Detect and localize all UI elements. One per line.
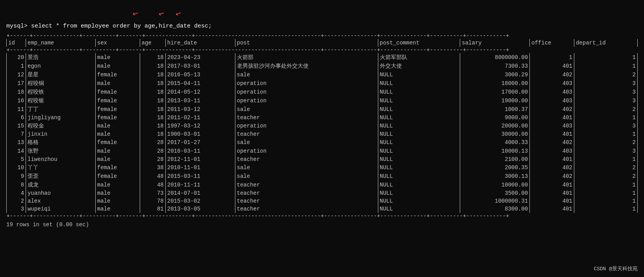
cell-r9-c9: 1 [574, 130, 637, 138]
cell-r7-c7: 9000.00 [460, 114, 530, 122]
cell-r16-c9: 1 [574, 189, 637, 197]
cell-r16-c6: NULL [378, 189, 460, 197]
cell-r1-c6: 外交大使 [378, 62, 460, 70]
cell-r8-c9: 3 [574, 122, 637, 130]
cell-r1-c5: 老男孩驻沙河办事处外交大使 [235, 62, 378, 70]
cell-r5-c5: operation [235, 96, 378, 105]
cell-r11-c5: operation [235, 147, 378, 155]
col-header-office: office [530, 39, 574, 47]
cell-r13-c4: 2010-11-01 [165, 163, 235, 172]
cell-r13-c3: 38 [140, 163, 165, 172]
cell-r2-c4: 2016-05-13 [165, 70, 235, 79]
cell-r9-c4: 1900-03-01 [165, 130, 235, 138]
cell-r11-c6: NULL [378, 147, 460, 155]
cell-r0-c3: 18 [140, 53, 165, 62]
col-header-depart_id: depart_id [574, 39, 637, 47]
table-row: 15 程咬金 male 18 1997-03-12 operation NULL… [7, 122, 638, 130]
cell-r9-c7: 30000.00 [460, 130, 530, 138]
cell-r12-c6: NULL [378, 155, 460, 163]
cell-r2-c3: 18 [140, 70, 165, 79]
cell-r4-c0: 18 [7, 88, 26, 96]
table-row: 9 歪歪 female 48 2015-03-11 sale NULL 3000… [7, 172, 638, 181]
cell-r0-c0: 20 [7, 53, 26, 62]
cell-r17-c7: 1000000.31 [460, 197, 530, 205]
cell-r5-c6: NULL [378, 96, 460, 105]
cell-r4-c6: NULL [378, 88, 460, 96]
col-header-sex: sex [95, 39, 140, 47]
cell-r13-c9: 2 [574, 163, 637, 172]
cell-r12-c0: 5 [7, 155, 26, 163]
cell-r5-c3: 18 [140, 96, 165, 105]
cell-r8-c8: 403 [530, 122, 574, 130]
cell-r16-c7: 3500.00 [460, 189, 530, 197]
table-row: 3 wupeiqi male 81 2013-03-05 teacher NUL… [7, 205, 638, 213]
cell-r2-c7: 3000.29 [460, 70, 530, 79]
table-row: 17 程咬铜 male 18 2015-04-11 operation NULL… [7, 79, 638, 88]
cell-r5-c9: 3 [574, 96, 637, 105]
cell-r11-c2: male [95, 147, 140, 155]
cell-r8-c7: 20000.00 [460, 122, 530, 130]
cell-r4-c7: 17000.00 [460, 88, 530, 96]
cell-r10-c7: 4000.33 [460, 138, 530, 147]
cell-r13-c5: sale [235, 163, 378, 172]
cell-r14-c2: female [95, 172, 140, 181]
table-row: 8 成龙 male 48 2010-11-11 teacher NULL 100… [7, 181, 638, 189]
cell-r0-c5: 火箭部 [235, 53, 378, 62]
cell-r14-c7: 3000.13 [460, 172, 530, 181]
cell-r11-c8: 403 [530, 147, 574, 155]
cell-r3-c1: 程咬铜 [26, 79, 96, 88]
cell-r7-c3: 18 [140, 114, 165, 122]
table-row: 5 liwenzhou male 28 2012-11-01 teacher N… [7, 155, 638, 163]
footer: 19 rows in set (0.00 sec) [6, 222, 638, 228]
cell-r14-c5: sale [235, 172, 378, 181]
cell-r11-c4: 2016-03-11 [165, 147, 235, 155]
cell-r18-c2: male [95, 205, 140, 213]
cell-r8-c0: 15 [7, 122, 26, 130]
cell-r6-c0: 11 [7, 105, 26, 114]
cell-r13-c7: 2000.35 [460, 163, 530, 172]
cell-r2-c9: 2 [574, 70, 637, 79]
cell-r0-c6: 火箭军部队 [378, 53, 460, 62]
cell-r6-c1: 丁丁 [26, 105, 96, 114]
table-row: 18 程咬铁 female 18 2014-05-12 operation NU… [7, 88, 638, 96]
cell-r4-c2: female [95, 88, 140, 96]
cell-r8-c2: male [95, 122, 140, 130]
cell-r10-c9: 2 [574, 138, 637, 147]
cell-r9-c6: NULL [378, 130, 460, 138]
cell-r17-c2: male [95, 197, 140, 205]
cell-r16-c4: 2014-07-01 [165, 189, 235, 197]
cell-r15-c6: NULL [378, 181, 460, 189]
table-row: 1 egon male 18 2017-03-01 老男孩驻沙河办事处外交大使 … [7, 62, 638, 70]
table-row: 16 程咬银 female 18 2013-03-11 operation NU… [7, 96, 638, 105]
cell-r15-c1: 成龙 [26, 181, 96, 189]
cell-r2-c2: female [95, 70, 140, 79]
cell-r18-c3: 81 [140, 205, 165, 213]
col-header-emp_name: emp_name [26, 39, 96, 47]
cell-r5-c2: female [95, 96, 140, 105]
table-row: 6 jingliyang female 18 2011-02-11 teache… [7, 114, 638, 122]
cell-r3-c5: operation [235, 79, 378, 88]
cell-r1-c7: 7300.33 [460, 62, 530, 70]
cell-r8-c6: NULL [378, 122, 460, 130]
cell-r0-c4: 2023-04-23 [165, 53, 235, 62]
cell-r5-c1: 程咬银 [26, 96, 96, 105]
cell-r2-c1: 星星 [26, 70, 96, 79]
cell-r18-c0: 3 [7, 205, 26, 213]
cell-r11-c9: 3 [574, 147, 637, 155]
arrow-3: ↙ [174, 6, 183, 19]
cell-r5-c4: 2013-03-11 [165, 96, 235, 105]
table-row: 20 景浩 male 18 2023-04-23 火箭部 火箭军部队 80000… [7, 53, 638, 62]
cell-r10-c1: 格格 [26, 138, 96, 147]
cell-r17-c3: 78 [140, 197, 165, 205]
table-header-row: id emp_name sex age hire_date post post_… [7, 39, 638, 47]
cell-r6-c8: 402 [530, 105, 574, 114]
cell-r9-c0: 7 [7, 130, 26, 138]
cell-r1-c3: 18 [140, 62, 165, 70]
cell-r15-c4: 2010-11-11 [165, 181, 235, 189]
cell-r15-c2: male [95, 181, 140, 189]
cell-r15-c0: 8 [7, 181, 26, 189]
cell-r4-c1: 程咬铁 [26, 88, 96, 96]
cell-r10-c3: 28 [140, 138, 165, 147]
cell-r14-c1: 歪歪 [26, 172, 96, 181]
cell-r14-c3: 48 [140, 172, 165, 181]
